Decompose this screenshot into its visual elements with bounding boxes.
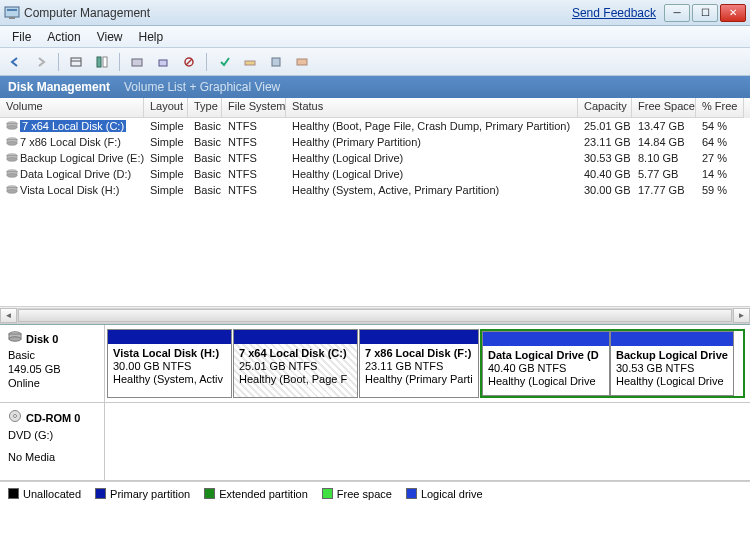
- volume-pct: 54 %: [696, 120, 744, 132]
- volume-type: Basic: [188, 184, 222, 196]
- menu-file[interactable]: File: [4, 28, 39, 46]
- scroll-thumb[interactable]: [18, 309, 732, 322]
- disk-0-type: Basic: [8, 348, 96, 362]
- scroll-right-button[interactable]: ►: [733, 308, 750, 323]
- volume-name: 7 x86 Local Disk (F:): [20, 136, 121, 148]
- tool-icon-7[interactable]: [239, 51, 261, 73]
- volume-icon: [6, 121, 18, 131]
- toolbar: [0, 48, 750, 76]
- partition-info: 30.00 GB NTFS: [113, 360, 226, 373]
- disk-0-row[interactable]: Disk 0 Basic 149.05 GB Online Vista Loca…: [0, 325, 750, 403]
- col-layout[interactable]: Layout: [144, 98, 188, 118]
- volume-capacity: 23.11 GB: [578, 136, 632, 148]
- menu-view[interactable]: View: [89, 28, 131, 46]
- svg-rect-8: [159, 60, 167, 66]
- volume-free: 14.84 GB: [632, 136, 696, 148]
- col-free[interactable]: Free Space: [632, 98, 696, 118]
- volume-status: Healthy (Logical Drive): [286, 152, 578, 164]
- volume-layout: Simple: [144, 152, 188, 164]
- tool-icon-2[interactable]: [91, 51, 113, 73]
- volume-free: 5.77 GB: [632, 168, 696, 180]
- partition-bar: [108, 330, 231, 344]
- legend: Unallocated Primary partition Extended p…: [0, 481, 750, 505]
- horizontal-scrollbar[interactable]: ◄ ►: [0, 306, 750, 323]
- col-volume[interactable]: Volume: [0, 98, 144, 118]
- legend-unallocated: Unallocated: [23, 488, 81, 500]
- partition-bar: [234, 330, 357, 344]
- cdrom-0-state: No Media: [8, 450, 96, 464]
- volume-row[interactable]: Vista Local Disk (H:)SimpleBasicNTFSHeal…: [0, 182, 750, 198]
- volume-layout: Simple: [144, 184, 188, 196]
- tool-icon-5[interactable]: [178, 51, 200, 73]
- legend-logical: Logical drive: [421, 488, 483, 500]
- partition-logical[interactable]: Data Logical Drive (D40.40 GB NTFSHealth…: [482, 331, 610, 396]
- tool-icon-8[interactable]: [265, 51, 287, 73]
- section-subtitle: Volume List + Graphical View: [124, 80, 280, 94]
- cdrom-0-type: DVD (G:): [8, 428, 96, 442]
- svg-rect-7: [132, 59, 142, 66]
- volume-fs: NTFS: [222, 184, 286, 196]
- send-feedback-link[interactable]: Send Feedback: [572, 6, 656, 20]
- partition-name: Vista Local Disk (H:): [113, 347, 226, 360]
- volume-name: Backup Logical Drive (E:): [20, 152, 144, 164]
- volume-icon: [6, 185, 18, 195]
- volume-pct: 59 %: [696, 184, 744, 196]
- svg-rect-3: [71, 58, 81, 66]
- volume-layout: Simple: [144, 120, 188, 132]
- partition-info: 30.53 GB NTFS: [616, 362, 728, 375]
- partition-info: 40.40 GB NTFS: [488, 362, 604, 375]
- partition-info: 23.11 GB NTFS: [365, 360, 473, 373]
- partition-primary[interactable]: 7 x64 Local Disk (C:)25.01 GB NTFSHealth…: [233, 329, 358, 398]
- scroll-left-button[interactable]: ◄: [0, 308, 17, 323]
- partition-logical[interactable]: Backup Logical Drive30.53 GB NTFSHealthy…: [610, 331, 734, 396]
- svg-rect-1: [7, 9, 17, 11]
- refresh-button[interactable]: [126, 51, 148, 73]
- disk-0-label: Disk 0: [26, 332, 58, 346]
- volume-list: Volume Layout Type File System Status Ca…: [0, 98, 750, 324]
- partition-primary[interactable]: Vista Local Disk (H:)30.00 GB NTFSHealth…: [107, 329, 232, 398]
- legend-primary-swatch: [95, 488, 106, 499]
- tool-icon-4[interactable]: [152, 51, 174, 73]
- svg-point-16: [7, 126, 17, 130]
- extended-partition-group[interactable]: Data Logical Drive (D40.40 GB NTFSHealth…: [480, 329, 745, 398]
- partition-info: 25.01 GB NTFS: [239, 360, 352, 373]
- volume-row[interactable]: 7 x64 Local Disk (C:)SimpleBasicNTFSHeal…: [0, 118, 750, 134]
- volume-capacity: 30.00 GB: [578, 184, 632, 196]
- cdrom-0-info: CD-ROM 0 DVD (G:) No Media: [0, 403, 105, 480]
- volume-row[interactable]: 7 x86 Local Disk (F:)SimpleBasicNTFSHeal…: [0, 134, 750, 150]
- col-type[interactable]: Type: [188, 98, 222, 118]
- tool-icon-1[interactable]: [65, 51, 87, 73]
- volume-status: Healthy (Primary Partition): [286, 136, 578, 148]
- disk-0-state: Online: [8, 376, 96, 390]
- volume-row[interactable]: Backup Logical Drive (E:)SimpleBasicNTFS…: [0, 150, 750, 166]
- menu-action[interactable]: Action: [39, 28, 88, 46]
- disk-0-size: 149.05 GB: [8, 362, 96, 376]
- volume-type: Basic: [188, 136, 222, 148]
- partition-primary[interactable]: 7 x86 Local Disk (F:)23.11 GB NTFSHealth…: [359, 329, 479, 398]
- volume-free: 8.10 GB: [632, 152, 696, 164]
- volume-row[interactable]: Data Logical Drive (D:)SimpleBasicNTFSHe…: [0, 166, 750, 182]
- volume-pct: 27 %: [696, 152, 744, 164]
- close-button[interactable]: ✕: [720, 4, 746, 22]
- forward-button[interactable]: [30, 51, 52, 73]
- col-filesystem[interactable]: File System: [222, 98, 286, 118]
- back-button[interactable]: [4, 51, 26, 73]
- volume-fs: NTFS: [222, 152, 286, 164]
- tool-icon-6[interactable]: [213, 51, 235, 73]
- col-capacity[interactable]: Capacity: [578, 98, 632, 118]
- menu-help[interactable]: Help: [131, 28, 172, 46]
- cdrom-0-row[interactable]: CD-ROM 0 DVD (G:) No Media: [0, 403, 750, 481]
- volume-pct: 14 %: [696, 168, 744, 180]
- maximize-button[interactable]: ☐: [692, 4, 718, 22]
- partition-name: 7 x64 Local Disk (C:): [239, 347, 352, 360]
- legend-free: Free space: [337, 488, 392, 500]
- col-status[interactable]: Status: [286, 98, 578, 118]
- col-pctfree[interactable]: % Free: [696, 98, 744, 118]
- tool-icon-9[interactable]: [291, 51, 313, 73]
- partition-name: 7 x86 Local Disk (F:): [365, 347, 473, 360]
- scroll-track[interactable]: [17, 308, 733, 323]
- legend-extended: Extended partition: [219, 488, 308, 500]
- legend-primary: Primary partition: [110, 488, 190, 500]
- minimize-button[interactable]: ─: [664, 4, 690, 22]
- svg-point-33: [14, 415, 17, 418]
